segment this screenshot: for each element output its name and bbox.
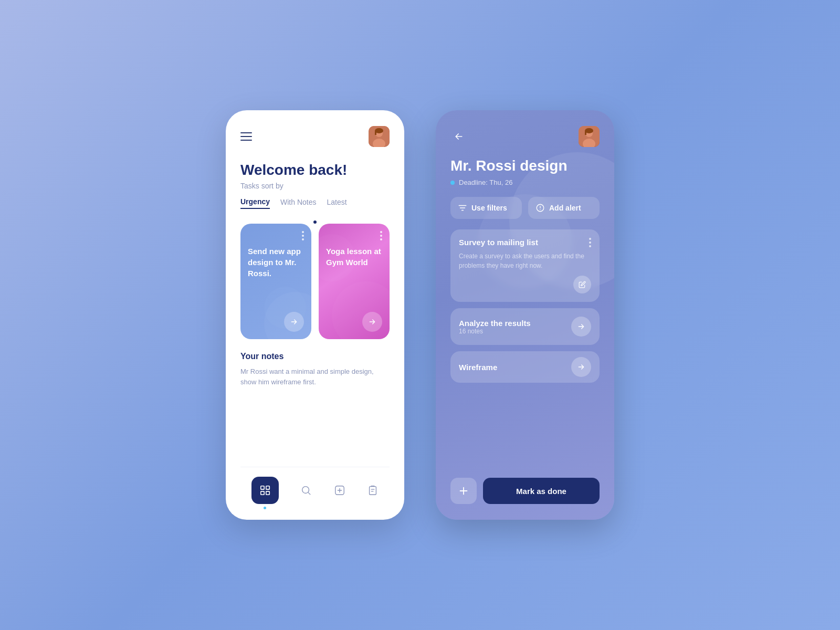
task-survey[interactable]: Survey to mailing list Create a survey t… (450, 229, 600, 302)
tab-urgency[interactable]: Urgency (240, 197, 270, 209)
task-survey-edit-btn[interactable] (573, 276, 591, 293)
tab-with-notes[interactable]: With Notes (280, 198, 316, 208)
task-analyze-notes: 16 notes (459, 328, 531, 335)
left-phone: Welcome back! Tasks sort by Urgency With… (226, 110, 404, 520)
project-title: Mr. Rossi design (450, 158, 600, 174)
mark-done-btn[interactable]: Mark as done (483, 478, 600, 504)
tab-latest[interactable]: Latest (327, 198, 347, 208)
add-task-btn[interactable] (450, 478, 477, 504)
svg-rect-8 (266, 491, 269, 495)
task-wireframe[interactable]: Wireframe (450, 351, 600, 383)
task-analyze-arrow-btn[interactable] (571, 317, 591, 337)
right-phone-header (450, 126, 600, 147)
notes-section: Your notes Mr Rossi want a minimal and s… (240, 352, 390, 467)
right-tasks-list: Survey to mailing list Create a survey t… (450, 229, 600, 470)
right-user-avatar[interactable] (579, 126, 600, 147)
svg-rect-6 (266, 486, 269, 489)
card-menu-dots[interactable] (302, 231, 304, 240)
tasks-sort-label: Tasks sort by (240, 182, 390, 190)
mark-done-label: Mark as done (516, 487, 566, 496)
task-card-blue[interactable]: Send new app design to Mr. Rossi. (240, 224, 311, 339)
task-survey-desc: Create a survey to ask the users and fin… (459, 251, 591, 270)
bottom-nav (240, 467, 390, 504)
card-pink-menu-dots[interactable] (380, 231, 382, 240)
add-alert-label: Add alert (549, 204, 581, 212)
task-card-pink[interactable]: Yoga lesson at Gym World (319, 224, 390, 339)
svg-rect-11 (370, 487, 376, 495)
welcome-title: Welcome back! (240, 162, 390, 178)
add-icon[interactable] (334, 485, 345, 496)
svg-rect-16 (585, 131, 586, 135)
avatar-image (369, 126, 390, 147)
use-filters-btn[interactable]: Use filters (450, 197, 522, 219)
search-icon[interactable] (300, 485, 312, 496)
task-analyze-info: Analyze the results 16 notes (459, 319, 531, 335)
left-phone-header (240, 126, 390, 147)
task-survey-title: Survey to mailing list (459, 238, 538, 247)
task-cards-row: Send new app design to Mr. Rossi. Yoga l… (240, 224, 390, 339)
right-bottom-bar: Mark as done (450, 478, 600, 504)
deadline-text: Deadline: Thu, 26 (459, 178, 512, 186)
nav-home-btn[interactable] (251, 477, 279, 504)
use-filters-label: Use filters (471, 204, 507, 212)
notes-title: Your notes (240, 352, 390, 361)
hamburger-icon[interactable] (240, 132, 252, 141)
svg-rect-4 (375, 131, 376, 135)
task-analyze-title: Analyze the results (459, 319, 531, 328)
svg-rect-7 (261, 491, 264, 495)
notes-text: Mr Rossi want a minimal and simple desig… (240, 366, 390, 387)
tabs-container: Urgency With Notes Latest (240, 197, 390, 209)
task-wireframe-title: Wireframe (459, 363, 497, 372)
user-avatar[interactable] (369, 126, 390, 147)
deadline-row: Deadline: Thu, 26 (450, 178, 600, 186)
task-wireframe-arrow-btn[interactable] (571, 357, 591, 377)
add-alert-btn[interactable]: Add alert (528, 197, 600, 219)
svg-point-9 (302, 487, 309, 494)
deadline-dot (450, 181, 455, 185)
svg-rect-5 (261, 486, 264, 489)
task-survey-menu[interactable] (589, 238, 591, 247)
clipboard-icon[interactable] (367, 485, 379, 496)
right-phone: Mr. Rossi design Deadline: Thu, 26 Use f… (436, 110, 614, 520)
back-button[interactable] (450, 128, 467, 145)
task-analyze[interactable]: Analyze the results 16 notes (450, 308, 600, 345)
action-buttons: Use filters Add alert (450, 197, 600, 219)
task-survey-header: Survey to mailing list (459, 238, 591, 247)
